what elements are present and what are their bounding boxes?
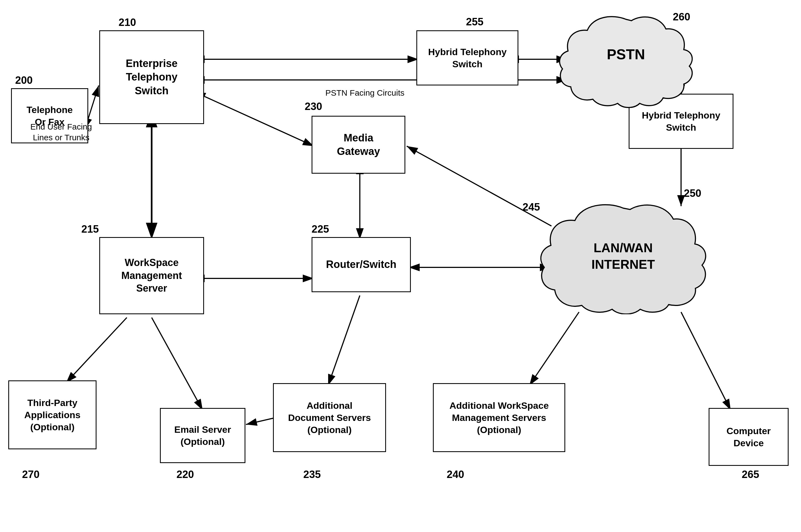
svg-line-5 bbox=[205, 96, 314, 146]
add-ws-servers-label: Additional WorkSpaceManagement Servers(O… bbox=[449, 399, 549, 436]
svg-line-17 bbox=[529, 312, 579, 385]
add-ws-servers-box: Additional WorkSpaceManagement Servers(O… bbox=[433, 383, 565, 452]
add-doc-servers-box: AdditionalDocument Servers(Optional) bbox=[273, 383, 386, 452]
ref-230: 230 bbox=[305, 101, 322, 112]
ref-265: 265 bbox=[742, 469, 759, 480]
ref-200: 200 bbox=[15, 74, 33, 86]
media-gateway-label: MediaGateway bbox=[337, 131, 380, 158]
ref-210: 210 bbox=[118, 17, 136, 28]
svg-line-16 bbox=[66, 318, 127, 383]
ref-215: 215 bbox=[81, 223, 99, 235]
router-switch-label: Router/Switch bbox=[326, 258, 396, 271]
add-doc-servers-label: AdditionalDocument Servers(Optional) bbox=[288, 399, 371, 436]
ref-255: 255 bbox=[466, 16, 483, 28]
pstn-cloud: PSTN bbox=[557, 11, 695, 110]
end-user-label: End User FacingLines or Trunks bbox=[30, 121, 92, 143]
media-gateway-box: MediaGateway bbox=[312, 116, 405, 174]
ref-220: 220 bbox=[176, 469, 194, 480]
enterprise-switch-box: EnterpriseTelephonySwitch bbox=[99, 30, 204, 124]
svg-text:INTERNET: INTERNET bbox=[592, 257, 655, 271]
svg-line-20 bbox=[152, 318, 203, 410]
ref-260: 260 bbox=[673, 11, 690, 23]
third-party-box: Third-PartyApplications(Optional) bbox=[8, 380, 96, 449]
ref-270: 270 bbox=[22, 469, 39, 480]
svg-text:PSTN: PSTN bbox=[607, 46, 645, 62]
svg-line-15 bbox=[246, 418, 276, 424]
router-switch-box: Router/Switch bbox=[312, 237, 411, 292]
ref-245: 245 bbox=[522, 201, 540, 213]
hybrid-switch-left-label: Hybrid TelephonySwitch bbox=[428, 46, 507, 70]
third-party-label: Third-PartyApplications(Optional) bbox=[24, 397, 80, 433]
ref-225: 225 bbox=[312, 223, 329, 235]
svg-line-3 bbox=[88, 86, 99, 118]
email-server-box: Email Server(Optional) bbox=[160, 408, 245, 463]
svg-line-14 bbox=[328, 296, 360, 385]
ref-235: 235 bbox=[303, 469, 321, 480]
ref-250: 250 bbox=[684, 187, 701, 199]
svg-line-19 bbox=[407, 146, 552, 226]
lan-wan-cloud: LAN/WAN INTERNET bbox=[538, 198, 709, 314]
computer-device-label: ComputerDevice bbox=[727, 425, 771, 449]
hybrid-switch-left-box: Hybrid TelephonySwitch bbox=[416, 30, 518, 86]
ref-240: 240 bbox=[447, 469, 464, 480]
computer-device-box: ComputerDevice bbox=[709, 408, 788, 466]
svg-line-18 bbox=[681, 312, 731, 410]
enterprise-switch-label: EnterpriseTelephonySwitch bbox=[126, 57, 178, 98]
svg-text:LAN/WAN: LAN/WAN bbox=[594, 241, 653, 255]
workspace-mgmt-label: WorkSpaceManagementServer bbox=[121, 256, 182, 295]
diagram: TelephoneOr Fax EnterpriseTelephonySwitc… bbox=[0, 0, 801, 532]
hybrid-switch-right-label: Hybrid TelephonySwitch bbox=[642, 109, 721, 133]
pstn-facing-label: PSTN Facing Circuits bbox=[325, 88, 405, 98]
workspace-mgmt-box: WorkSpaceManagementServer bbox=[99, 237, 204, 314]
email-server-label: Email Server(Optional) bbox=[174, 423, 231, 448]
